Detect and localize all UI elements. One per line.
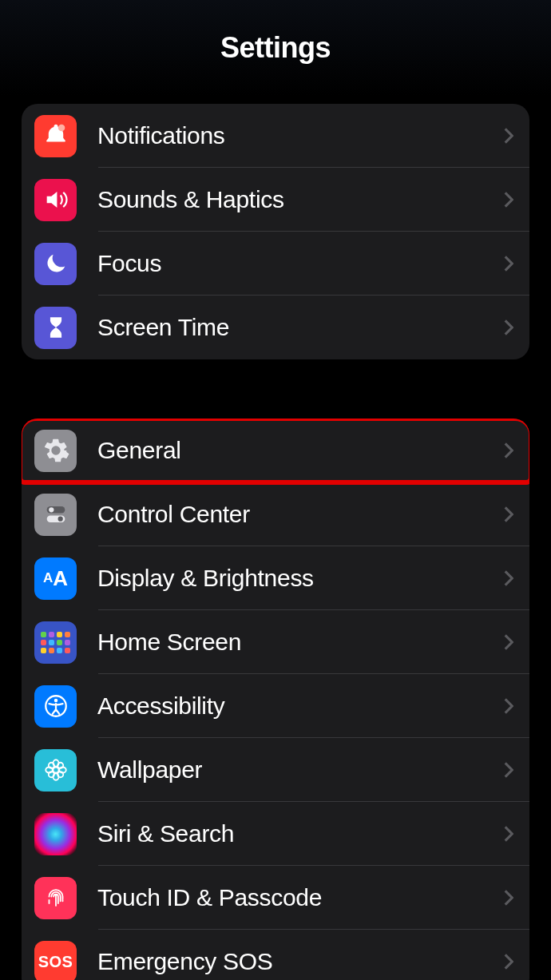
moon-icon (34, 243, 77, 285)
row-screentime[interactable]: Screen Time (22, 296, 529, 359)
chevron-right-icon (504, 890, 513, 906)
row-siri[interactable]: Siri & Search (22, 802, 529, 866)
chevron-right-icon (504, 826, 513, 842)
chevron-right-icon (504, 506, 513, 522)
svg-point-7 (53, 767, 58, 772)
row-wallpaper[interactable]: Wallpaper (22, 738, 529, 802)
svg-point-2 (49, 507, 54, 512)
chevron-right-icon (504, 442, 513, 458)
chevron-right-icon (504, 954, 513, 970)
chevron-right-icon (504, 698, 513, 714)
sos-icon: SOS (34, 941, 77, 981)
svg-point-0 (57, 125, 65, 132)
row-home-screen[interactable]: Home Screen (22, 610, 529, 674)
row-label: General (97, 437, 504, 464)
row-label: Touch ID & Passcode (97, 884, 504, 911)
toggles-icon (34, 494, 77, 536)
chevron-right-icon (504, 319, 513, 335)
section-gap (0, 359, 551, 411)
row-touchid[interactable]: Touch ID & Passcode (22, 866, 529, 930)
chevron-right-icon (504, 570, 513, 586)
row-display[interactable]: AA Display & Brightness (22, 546, 529, 610)
chevron-right-icon (504, 634, 513, 650)
flower-icon (34, 749, 77, 792)
settings-group-1: Notifications Sounds & Haptics Focus Scr… (22, 104, 529, 359)
row-label: Emergency SOS (97, 948, 504, 975)
hourglass-icon (34, 307, 77, 349)
row-accessibility[interactable]: Accessibility (22, 674, 529, 738)
svg-point-6 (54, 699, 57, 703)
row-label: Display & Brightness (97, 565, 504, 592)
chevron-right-icon (504, 128, 513, 144)
accessibility-icon (34, 685, 77, 728)
row-label: Home Screen (97, 629, 504, 656)
chevron-right-icon (504, 762, 513, 778)
row-label: Siri & Search (97, 820, 504, 847)
bell-icon (34, 115, 77, 157)
row-sos[interactable]: SOS Emergency SOS (22, 930, 529, 980)
svg-point-4 (57, 517, 62, 522)
header: Settings (0, 0, 551, 96)
row-label: Wallpaper (97, 756, 504, 784)
speaker-icon (34, 179, 77, 221)
siri-icon (34, 813, 77, 855)
row-focus[interactable]: Focus (22, 232, 529, 296)
apps-grid-icon (34, 621, 77, 664)
row-label: Accessibility (97, 692, 504, 720)
row-label: Control Center (97, 501, 504, 528)
chevron-right-icon (504, 256, 513, 272)
page-title: Settings (220, 31, 331, 65)
row-sounds[interactable]: Sounds & Haptics (22, 168, 529, 232)
row-general[interactable]: General (22, 419, 529, 482)
row-label: Sounds & Haptics (97, 186, 504, 213)
aa-icon: AA (34, 557, 77, 600)
row-label: Focus (97, 250, 504, 277)
row-control-center[interactable]: Control Center (22, 482, 529, 546)
settings-group-2: General Control Center AA Display & Brig… (22, 419, 529, 980)
row-label: Screen Time (97, 314, 504, 341)
row-label: Notifications (97, 122, 504, 149)
gear-icon (34, 430, 77, 472)
row-notifications[interactable]: Notifications (22, 104, 529, 168)
chevron-right-icon (504, 192, 513, 208)
fingerprint-icon (34, 877, 77, 919)
